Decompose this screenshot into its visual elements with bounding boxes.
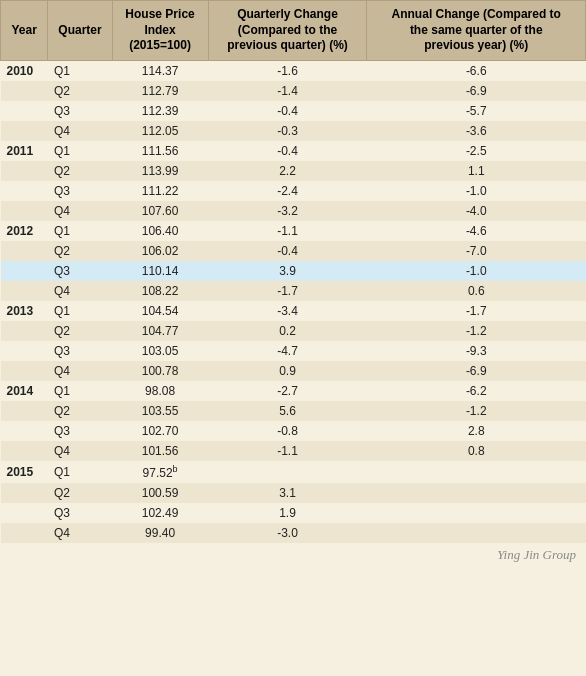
cell-year: 2011 [1, 141, 48, 161]
cell-quarterly: -0.4 [208, 241, 367, 261]
cell-year [1, 281, 48, 301]
cell-annual: 0.8 [367, 441, 586, 461]
cell-quarter: Q1 [48, 461, 112, 483]
cell-quarterly: -1.4 [208, 81, 367, 101]
cell-quarter: Q1 [48, 141, 112, 161]
cell-quarterly: 2.2 [208, 161, 367, 181]
cell-quarter: Q1 [48, 221, 112, 241]
cell-quarterly: 3.1 [208, 483, 367, 503]
cell-annual: -9.3 [367, 341, 586, 361]
cell-index: 97.52b [112, 461, 208, 483]
cell-quarter: Q4 [48, 523, 112, 543]
cell-year [1, 201, 48, 221]
cell-quarterly: -0.4 [208, 101, 367, 121]
cell-annual: -6.9 [367, 81, 586, 101]
table-row: Q4101.56-1.10.8 [1, 441, 586, 461]
watermark: Ying Jin Group [0, 543, 586, 569]
cell-annual: -5.7 [367, 101, 586, 121]
cell-year [1, 261, 48, 281]
cell-year [1, 321, 48, 341]
cell-annual: -1.2 [367, 401, 586, 421]
cell-year: 2015 [1, 461, 48, 483]
cell-quarter: Q2 [48, 161, 112, 181]
cell-annual [367, 523, 586, 543]
cell-year [1, 181, 48, 201]
table-row: 2010Q1114.37-1.6-6.6 [1, 60, 586, 81]
cell-index: 100.59 [112, 483, 208, 503]
cell-quarter: Q4 [48, 361, 112, 381]
cell-annual: -7.0 [367, 241, 586, 261]
cell-index: 104.54 [112, 301, 208, 321]
table-row: Q499.40-3.0 [1, 523, 586, 543]
cell-quarterly: -0.8 [208, 421, 367, 441]
cell-annual: 2.8 [367, 421, 586, 441]
cell-index: 112.79 [112, 81, 208, 101]
cell-quarter: Q1 [48, 60, 112, 81]
cell-quarter: Q3 [48, 261, 112, 281]
header-quarter: Quarter [48, 1, 112, 61]
cell-quarterly: -0.3 [208, 121, 367, 141]
cell-index: 98.08 [112, 381, 208, 401]
cell-index: 111.56 [112, 141, 208, 161]
cell-quarterly: -3.2 [208, 201, 367, 221]
cell-annual: -4.0 [367, 201, 586, 221]
cell-quarter: Q3 [48, 421, 112, 441]
table-row: 2012Q1106.40-1.1-4.6 [1, 221, 586, 241]
cell-quarter: Q2 [48, 81, 112, 101]
cell-year [1, 441, 48, 461]
cell-annual: -3.6 [367, 121, 586, 141]
cell-index: 104.77 [112, 321, 208, 341]
cell-index: 108.22 [112, 281, 208, 301]
cell-quarter: Q2 [48, 241, 112, 261]
cell-quarterly: -2.7 [208, 381, 367, 401]
table-row: Q4100.780.9-6.9 [1, 361, 586, 381]
cell-quarter: Q4 [48, 281, 112, 301]
cell-annual: -4.6 [367, 221, 586, 241]
cell-quarterly: -2.4 [208, 181, 367, 201]
cell-quarterly: 3.9 [208, 261, 367, 281]
cell-year [1, 121, 48, 141]
header-annual: Annual Change (Compared tothe same quart… [367, 1, 586, 61]
cell-quarterly: -3.0 [208, 523, 367, 543]
cell-quarterly: -4.7 [208, 341, 367, 361]
cell-index: 103.05 [112, 341, 208, 361]
cell-year: 2012 [1, 221, 48, 241]
table-row: Q4112.05-0.3-3.6 [1, 121, 586, 141]
cell-annual [367, 503, 586, 523]
cell-year [1, 341, 48, 361]
cell-index: 112.39 [112, 101, 208, 121]
cell-index: 112.05 [112, 121, 208, 141]
cell-year [1, 81, 48, 101]
cell-year [1, 503, 48, 523]
cell-quarter: Q3 [48, 181, 112, 201]
cell-annual: -6.9 [367, 361, 586, 381]
cell-annual: -1.2 [367, 321, 586, 341]
cell-annual: 0.6 [367, 281, 586, 301]
table-row: Q2103.555.6-1.2 [1, 401, 586, 421]
cell-quarterly: 0.2 [208, 321, 367, 341]
cell-annual [367, 483, 586, 503]
table-row: Q3103.05-4.7-9.3 [1, 341, 586, 361]
cell-index: 102.70 [112, 421, 208, 441]
cell-annual: -6.6 [367, 60, 586, 81]
cell-annual: -1.0 [367, 261, 586, 281]
cell-index: 106.02 [112, 241, 208, 261]
table-row: Q2104.770.2-1.2 [1, 321, 586, 341]
cell-quarter: Q1 [48, 301, 112, 321]
cell-quarter: Q2 [48, 483, 112, 503]
cell-quarterly: -1.1 [208, 441, 367, 461]
table-row: Q3102.491.9 [1, 503, 586, 523]
cell-quarter: Q3 [48, 101, 112, 121]
cell-index: 100.78 [112, 361, 208, 381]
cell-quarter: Q1 [48, 381, 112, 401]
table-row: Q3102.70-0.82.8 [1, 421, 586, 441]
cell-index: 107.60 [112, 201, 208, 221]
cell-index: 99.40 [112, 523, 208, 543]
cell-quarter: Q4 [48, 121, 112, 141]
cell-year: 2013 [1, 301, 48, 321]
cell-index: 106.40 [112, 221, 208, 241]
cell-year [1, 483, 48, 503]
cell-index: 111.22 [112, 181, 208, 201]
cell-year [1, 401, 48, 421]
cell-quarter: Q3 [48, 503, 112, 523]
